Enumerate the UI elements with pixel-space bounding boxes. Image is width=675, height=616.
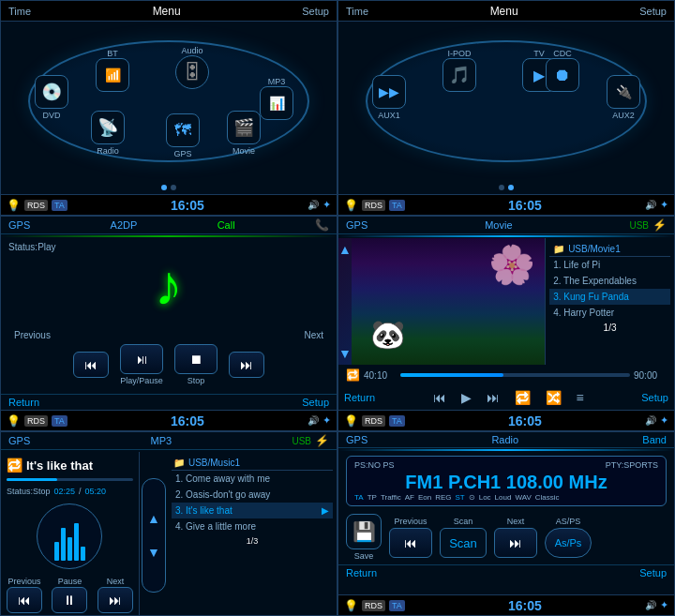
setup-label-p1[interactable]: Setup bbox=[302, 6, 329, 17]
circle-nav-widget-p5: ▲ ▼ bbox=[140, 511, 168, 560]
save-icon-box-p6[interactable]: 💾 bbox=[346, 514, 382, 549]
prev-btn-p3[interactable]: ⏮ bbox=[73, 352, 109, 378]
next-btn-p5[interactable]: ⏭ bbox=[98, 587, 133, 613]
next-label-p5: Next bbox=[107, 577, 125, 586]
flag-classic: Classic bbox=[535, 493, 560, 502]
dot-2-p1[interactable] bbox=[171, 185, 176, 190]
setup-label-p2[interactable]: Setup bbox=[639, 6, 667, 17]
dot-1-p1[interactable] bbox=[161, 185, 167, 190]
nav-down-p5[interactable]: ▼ bbox=[147, 545, 160, 560]
call-label-p3[interactable]: Call bbox=[218, 219, 235, 231]
rds-badge-p4: RDS bbox=[362, 415, 385, 427]
pause-btn-p5[interactable]: ⏸ bbox=[52, 587, 87, 613]
rds-badge-p6: RDS bbox=[362, 600, 385, 611]
menu-item-aux1[interactable]: ▶▶ AUX1 bbox=[372, 75, 406, 120]
mp3-icon-box[interactable]: 📊 bbox=[260, 86, 293, 120]
eq-bar-4 bbox=[74, 523, 79, 561]
prev-label-p5: Previous bbox=[8, 577, 40, 586]
play-mc-p4[interactable]: ▶ bbox=[458, 388, 475, 407]
gps-label-p4: GPS bbox=[346, 219, 368, 231]
menu-item-movie[interactable]: 🎬 Movie bbox=[227, 111, 261, 156]
status-bar-p4: 💡 RDS TA 16:05 🔊 ✦ bbox=[338, 410, 674, 430]
stop-btn-p3[interactable]: ⏹ bbox=[174, 344, 218, 374]
radio-freq-p6: FM1 P.CH1 108.00 MHz bbox=[354, 472, 658, 493]
gps-label-p6: GPS bbox=[346, 434, 368, 445]
flag-eon: Eon bbox=[418, 493, 431, 502]
bt-icon-box[interactable]: 📶 bbox=[96, 58, 129, 92]
return-btn-p3[interactable]: Return bbox=[8, 397, 39, 408]
play-pause-btn-p3[interactable]: ⏯ bbox=[120, 344, 163, 374]
mp3-item-2[interactable]: 2. Oasis-don't go away bbox=[172, 487, 333, 503]
mp3-progress-p5[interactable] bbox=[7, 478, 133, 481]
setup-btn-p6[interactable]: Setup bbox=[639, 567, 667, 578]
ipod-icon[interactable]: 🎵 bbox=[442, 58, 476, 92]
prev-mc-p4[interactable]: ⏮ bbox=[429, 388, 450, 407]
phone-icon-p3: 📞 bbox=[315, 218, 329, 232]
menu-item-ipod[interactable]: I-POD 🎵 bbox=[442, 47, 476, 92]
green-underline-p3 bbox=[1, 235, 337, 237]
next-btn-p3[interactable]: ⏭ bbox=[229, 352, 264, 378]
prev-btn-p6[interactable]: ⏮ bbox=[389, 528, 432, 558]
list-mc-p4[interactable]: ≡ bbox=[573, 388, 588, 407]
menu-item-dvd[interactable]: 💿 DVD bbox=[35, 75, 68, 120]
prev-next-row-p3: Previous Next bbox=[5, 330, 333, 340]
return-btn-p4[interactable]: Return bbox=[344, 392, 375, 403]
aux2-icon[interactable]: 🔌 bbox=[607, 75, 640, 109]
setup-btn-p4[interactable]: Setup bbox=[641, 392, 668, 403]
band-label-p6[interactable]: Band bbox=[642, 434, 667, 445]
menu-item-audio[interactable]: Audio 🎛 bbox=[175, 44, 209, 89]
menu-item-gps[interactable]: 🗺 GPS bbox=[166, 113, 200, 158]
dot-2-p2[interactable] bbox=[508, 185, 514, 190]
menu-item-radio[interactable]: 📡 Radio bbox=[91, 111, 125, 156]
time-p6: 16:05 bbox=[508, 598, 542, 613]
return-btn-p6[interactable]: Return bbox=[346, 567, 377, 578]
menu-item-mp3[interactable]: MP3 📊 bbox=[260, 75, 293, 120]
gps-icon-box[interactable]: 🗺 bbox=[166, 113, 200, 147]
menu-item-bt[interactable]: BT 📶 bbox=[96, 47, 129, 92]
setup-btn-p3[interactable]: Setup bbox=[302, 397, 329, 408]
movie-item-3[interactable]: 3. Kung Fu Panda bbox=[549, 289, 670, 305]
movie-item-1[interactable]: 1. Life of Pi bbox=[549, 257, 670, 273]
top-bar-p2: Time Menu Setup bbox=[338, 1, 674, 22]
vol-icon-p2: 🔊 bbox=[645, 200, 656, 210]
asps-btn-p6[interactable]: As/Ps bbox=[545, 528, 592, 558]
mp3-item-4[interactable]: 4. Give a little more bbox=[172, 518, 333, 534]
movie-item-4[interactable]: 4. Harry Potter bbox=[549, 305, 670, 321]
repeat-mc-p4[interactable]: 🔁 bbox=[511, 388, 534, 407]
shuffle-mc-p4[interactable]: 🔀 bbox=[542, 388, 565, 407]
progress-track-p4[interactable] bbox=[400, 373, 630, 377]
nav-up-p5[interactable]: ▲ bbox=[147, 511, 160, 526]
time-p1: 16:05 bbox=[171, 198, 204, 213]
mp3-item-1[interactable]: 1. Come away with me bbox=[172, 471, 333, 487]
next-mc-p4[interactable]: ⏭ bbox=[483, 388, 503, 407]
flag-wav: WAV bbox=[515, 493, 531, 502]
scan-box-p6[interactable]: Scan bbox=[440, 528, 487, 558]
time-start-p4: 40:10 bbox=[364, 370, 397, 381]
mode-label-p3: A2DP bbox=[111, 219, 138, 231]
menu-item-cdc[interactable]: CDC ⏺ bbox=[546, 47, 579, 92]
audio-icon-box[interactable]: 🎛 bbox=[175, 55, 209, 89]
movie-icon-box[interactable]: 🎬 bbox=[227, 111, 261, 144]
menu-item-aux2[interactable]: 🔌 AUX2 bbox=[607, 75, 640, 120]
prev-btn-p5[interactable]: ⏮ bbox=[7, 587, 42, 613]
next-btn-p6[interactable]: ⏭ bbox=[494, 528, 537, 558]
mp3-right-p5: 📁 USB/Music1 1. Come away with me 2. Oas… bbox=[168, 452, 337, 616]
bulb-icon-p1: 💡 bbox=[7, 199, 21, 212]
dot-1-p2[interactable] bbox=[499, 185, 504, 190]
flag-reg: REG bbox=[435, 493, 451, 502]
movie-item-2[interactable]: 2. The Expendables bbox=[549, 273, 670, 289]
progress-bar-area-p4: 🔁 40:10 90:00 bbox=[338, 365, 674, 385]
cdc-icon[interactable]: ⏺ bbox=[546, 58, 579, 92]
menu-label-p2: Menu bbox=[490, 5, 518, 18]
scroll-down-p4[interactable]: ▼ bbox=[338, 346, 352, 361]
time-p2: 16:05 bbox=[508, 198, 542, 213]
status-bar-p6: 💡 RDS TA 16:05 🔊 ✦ bbox=[338, 594, 674, 615]
radio-info-top-p6: PS:NO PS PTY:SPORTS bbox=[354, 460, 658, 470]
dvd-icon[interactable]: 💿 bbox=[35, 75, 68, 109]
mp3-item-3[interactable]: 3. It's like that ▶ bbox=[172, 503, 333, 518]
radio-icon-box[interactable]: 📡 bbox=[91, 111, 125, 144]
scroll-up-p4[interactable]: ▲ bbox=[338, 242, 352, 257]
next-label-p3: Next bbox=[304, 330, 323, 340]
aux1-icon[interactable]: ▶▶ bbox=[372, 75, 406, 109]
radio-save-btn-p6: 💾 Save bbox=[346, 514, 382, 561]
